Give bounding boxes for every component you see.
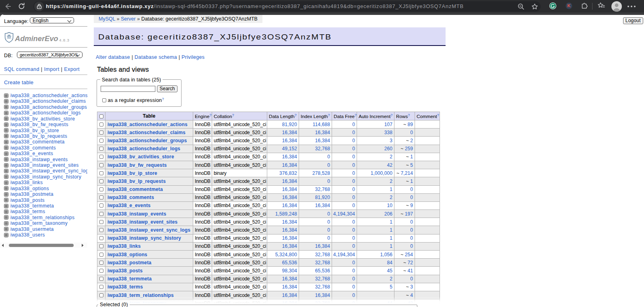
svg-text:K: K	[568, 3, 571, 8]
